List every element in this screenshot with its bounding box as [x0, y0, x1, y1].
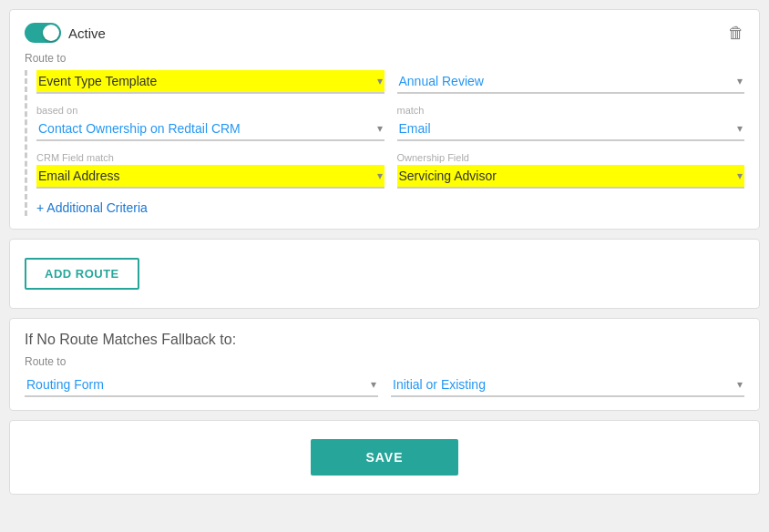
initial-existing-col: Initial or Existing ▾ [391, 373, 744, 397]
additional-criteria-link[interactable]: + Additional Criteria [36, 200, 148, 215]
contact-ownership-select[interactable]: Contact Ownership on Redtail CRM ▾ [36, 118, 384, 141]
add-route-label: ADD ROUTE [45, 267, 119, 281]
event-type-chevron-icon: ▾ [377, 75, 383, 87]
trash-icon: 🗑 [728, 24, 744, 42]
annual-review-value: Annual Review [399, 74, 733, 88]
contact-ownership-value: Contact Ownership on Redtail CRM [38, 121, 372, 136]
add-route-card: ADD ROUTE [9, 239, 760, 309]
based-on-label: based on [36, 105, 384, 116]
active-label: Active [68, 26, 106, 41]
route-to-label: Route to [25, 52, 744, 65]
routing-form-value: Routing Form [26, 377, 365, 392]
match-label: match [397, 105, 745, 116]
active-toggle[interactable] [25, 23, 61, 43]
annual-review-col: Annual Review ▾ [397, 70, 745, 94]
initial-existing-select[interactable]: Initial or Existing ▾ [391, 373, 744, 397]
servicing-advisor-value: Servicing Advisor [399, 169, 733, 183]
email-match-select[interactable]: Email ▾ [397, 118, 745, 141]
contact-ownership-chevron-icon: ▾ [377, 122, 383, 135]
save-card: SAVE [9, 420, 760, 495]
add-route-button[interactable]: ADD ROUTE [25, 258, 139, 290]
delete-button[interactable]: 🗑 [728, 24, 744, 43]
active-row: Active 🗑 [25, 23, 744, 43]
event-type-template-select[interactable]: Event Type Template ▾ [36, 70, 384, 94]
routing-form-col: Routing Form ▾ [25, 373, 378, 397]
email-address-chevron-icon: ▾ [377, 169, 383, 182]
email-match-value: Email [399, 121, 733, 136]
email-match-chevron-icon: ▾ [737, 122, 743, 135]
initial-existing-value: Initial or Existing [393, 377, 732, 392]
fallback-card: If No Route Matches Fallback to: Route t… [9, 318, 760, 411]
crm-field-label: CRM Field match [36, 152, 384, 163]
email-address-value: Email Address [38, 169, 372, 183]
initial-existing-chevron-icon: ▾ [737, 378, 743, 391]
save-label: SAVE [365, 450, 403, 465]
annual-review-chevron-icon: ▾ [737, 75, 743, 87]
match-col: match Email ▾ [397, 105, 745, 141]
fallback-title: If No Route Matches Fallback to: [25, 332, 744, 348]
additional-criteria-text: + Additional Criteria [36, 200, 148, 215]
based-on-col: based on Contact Ownership on Redtail CR… [36, 105, 384, 141]
annual-review-select[interactable]: Annual Review ▾ [397, 70, 745, 94]
routing-form-select[interactable]: Routing Form ▾ [25, 373, 378, 397]
routing-form-chevron-icon: ▾ [371, 378, 376, 391]
event-type-template-value: Event Type Template [38, 74, 372, 88]
ownership-field-label: Ownership Field [397, 152, 745, 163]
email-address-select[interactable]: Email Address ▾ [36, 165, 384, 189]
event-type-template-col: Event Type Template ▾ [36, 70, 384, 94]
save-button[interactable]: SAVE [311, 439, 457, 476]
fallback-route-to-label: Route to [25, 355, 744, 368]
servicing-advisor-select[interactable]: Servicing Advisor ▾ [397, 165, 745, 189]
crm-field-col: CRM Field match Email Address ▾ [36, 152, 384, 189]
ownership-field-col: Ownership Field Servicing Advisor ▾ [397, 152, 745, 189]
servicing-advisor-chevron-icon: ▾ [737, 169, 743, 182]
